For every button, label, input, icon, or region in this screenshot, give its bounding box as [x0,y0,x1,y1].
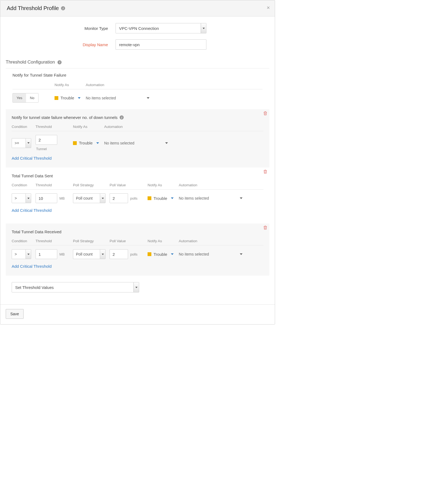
chevron-down-icon [240,253,242,255]
poll-strategy-select[interactable]: Poll count [73,249,106,259]
col-automation: Automation [179,239,242,243]
chevron-down-icon [171,197,174,199]
close-icon[interactable]: × [267,5,270,11]
dialog-title: Add Threshold Profile i [7,5,65,11]
delete-icon[interactable] [263,169,268,174]
set-threshold-row: Set Threshold Values [6,276,269,303]
automation-text: No items selected [179,196,209,200]
delete-icon[interactable] [263,225,268,230]
display-name-input[interactable] [116,39,206,50]
trouble-swatch-icon [148,252,151,256]
automation-select[interactable]: No items selected [179,196,242,200]
col-poll-value: Poll Value [110,183,148,187]
threshold-input[interactable] [36,193,57,203]
poll-unit: polls [130,252,138,256]
col-automation: Automation [104,125,168,129]
condition-select[interactable]: > [12,249,31,259]
set-threshold-select[interactable]: Set Threshold Values [12,282,139,292]
data-received-heading: Total Tunnel Data Received [12,229,61,234]
notify-as-select[interactable]: Trouble [73,141,99,145]
display-name-row: Display Name [6,39,269,50]
col-threshold: Threshold [36,239,73,243]
chevron-down-icon [201,23,206,33]
col-threshold: Threshold [36,183,73,187]
data-received-row: > MB Poll count [12,245,263,259]
notify-as-select[interactable]: Trouble [148,196,174,201]
dialog-title-text: Add Threshold Profile [7,5,59,11]
col-condition: Condition [12,125,36,129]
notify-as-label: Trouble [154,196,167,201]
trouble-swatch-icon [73,141,77,145]
condition-select[interactable]: >= [12,138,31,148]
tunnel-failure-row: Yes No Trouble [12,89,263,103]
toggle-yes[interactable]: Yes [13,93,26,102]
poll-strategy-value: Poll count [76,196,92,200]
condition-value: > [15,252,17,256]
data-received-block: Total Tunnel Data Received Condition Thr… [6,223,269,276]
down-tunnels-heading: Notify for tunnel state failure whenever… [12,115,124,120]
chevron-down-icon [78,97,81,99]
notify-as-select[interactable]: Trouble [148,252,174,257]
tunnel-failure-toggle[interactable]: Yes No [12,93,39,103]
data-sent-row: > MB Poll count [12,190,263,203]
dialog-footer: Save [0,304,275,324]
dialog-header: Add Threshold Profile i × [0,0,275,17]
automation-select[interactable]: No items selected [86,96,149,100]
col-notify-as: Notify As [148,183,179,187]
dialog-body: Monitor Type VPC-VPN Connection Display … [0,17,275,303]
down-tunnels-headers: Condition Threshold Notify As Automation [12,125,263,131]
threshold-unit: MB [59,196,65,200]
chevron-down-icon [171,253,174,255]
add-critical-threshold-link[interactable]: Add Critical Threshold [12,208,52,213]
add-critical-threshold-link[interactable]: Add Critical Threshold [12,264,52,269]
tunnel-failure-block: Notify for Tunnel State Failure Notify A… [6,68,269,105]
trouble-swatch-icon [55,96,58,100]
set-threshold-value: Set Threshold Values [15,285,54,290]
notify-as-select[interactable]: Trouble [55,96,81,100]
monitor-type-value: VPC-VPN Connection [119,26,159,31]
chevron-down-icon [96,142,99,144]
data-sent-heading: Total Tunnel Data Sent [12,174,53,178]
automation-text: No items selected [179,252,209,256]
col-notify-as: Notify As [55,83,86,87]
poll-strategy-select[interactable]: Poll count [73,193,106,203]
poll-strategy-value: Poll count [76,252,92,256]
down-tunnels-row: >= Tunnel Trouble [12,131,263,151]
dialog: Add Threshold Profile i × Monitor Type V… [0,0,275,325]
threshold-config-title: Threshold Configuration [6,59,55,65]
chevron-down-icon [25,138,31,148]
chevron-down-icon [133,282,139,292]
col-spacer [12,83,55,87]
monitor-type-select[interactable]: VPC-VPN Connection [116,23,206,33]
threshold-unit: Tunnel [36,147,47,151]
info-icon[interactable]: i [61,6,65,10]
col-condition: Condition [12,239,36,243]
chevron-down-icon [240,197,242,199]
threshold-input[interactable] [36,249,57,259]
add-critical-threshold-link[interactable]: Add Critical Threshold [12,156,52,160]
info-icon[interactable]: i [120,115,124,119]
col-poll-value: Poll Value [110,239,148,243]
poll-value-input[interactable] [110,193,128,203]
col-poll-strategy: Poll Strategy [73,239,110,243]
condition-value: >= [15,141,19,145]
trouble-swatch-icon [148,196,151,200]
data-received-headers: Condition Threshold Poll Strategy Poll V… [12,239,263,245]
delete-icon[interactable] [263,111,268,116]
poll-value-input[interactable] [110,249,128,259]
condition-select[interactable]: > [12,193,31,203]
col-notify-as: Notify As [73,125,104,129]
automation-select[interactable]: No items selected [179,252,242,256]
threshold-unit: MB [59,252,65,256]
save-button[interactable]: Save [6,309,24,319]
poll-unit: polls [130,196,138,200]
notify-as-label: Trouble [154,252,167,257]
automation-text: No items selected [104,141,134,145]
threshold-config-section-header: Threshold Configuration i [6,57,269,68]
automation-text: No items selected [86,96,116,100]
threshold-input[interactable] [36,135,57,145]
info-icon[interactable]: i [58,60,62,64]
automation-select[interactable]: No items selected [104,141,168,145]
toggle-no[interactable]: No [26,93,38,102]
data-sent-block: Total Tunnel Data Sent Condition Thresho… [6,168,269,220]
